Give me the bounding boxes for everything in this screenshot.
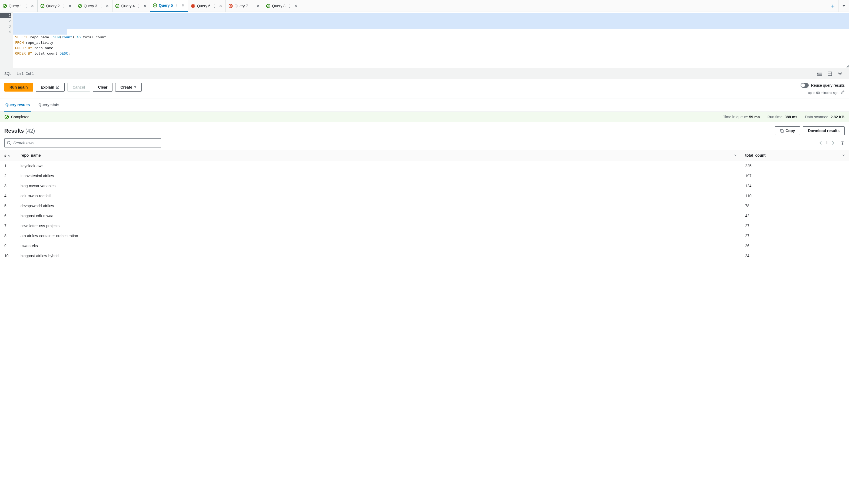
query-tab[interactable]: Query 7⋮✕ [226, 0, 263, 12]
results-title: Results (42) [4, 128, 35, 134]
tab-close-button[interactable]: ✕ [143, 4, 147, 8]
editor-code[interactable]: SELECT repo_name, SUM(count) AS total_co… [13, 12, 849, 68]
check-circle-icon [3, 4, 7, 8]
table-row[interactable]: 8ato-airflow-container-orchestration27 [0, 231, 849, 241]
gear-icon [838, 72, 842, 76]
edit-reuse-button[interactable] [841, 90, 845, 94]
results-header: Results (42) Copy Download results [0, 122, 849, 137]
editor-layout-button[interactable] [825, 70, 834, 77]
run-button[interactable]: Run again [4, 83, 33, 92]
svg-line-14 [10, 144, 11, 145]
editor-settings-button[interactable] [835, 70, 845, 77]
table-row[interactable]: 1keycloak-aws225 [0, 161, 849, 171]
external-link-icon [56, 85, 59, 89]
create-button[interactable]: Create [115, 83, 142, 92]
tab-query-stats[interactable]: Query stats [37, 99, 60, 111]
cell-total-count: 24 [741, 251, 849, 261]
svg-rect-8 [828, 72, 832, 76]
table-row[interactable]: 9mwaa-eks26 [0, 241, 849, 251]
clear-button[interactable]: Clear [93, 83, 112, 92]
cell-repo-name: cdk-mwaa-redshift [16, 191, 741, 201]
tab-overflow-button[interactable] [838, 0, 849, 12]
column-header-repo-name[interactable]: repo_name▽ [16, 150, 741, 161]
copy-icon [780, 129, 784, 132]
tab-menu-button[interactable]: ⋮ [62, 4, 66, 8]
query-tab[interactable]: Query 6⋮✕ [188, 0, 226, 12]
cell-repo-name: ato-airflow-container-orchestration [16, 231, 741, 241]
query-tab[interactable]: Query 3⋮✕ [75, 0, 113, 12]
search-rows-box[interactable] [4, 138, 161, 147]
resize-grip-icon[interactable]: ◢ [846, 64, 848, 68]
cell-total-count: 225 [741, 161, 849, 171]
svg-rect-12 [781, 130, 783, 132]
table-row[interactable]: 7newsletter-oss-projects27 [0, 221, 849, 231]
reuse-results-label: Reuse query results [811, 83, 845, 88]
sql-editor[interactable]: 1234 SELECT repo_name, SUM(count) AS tot… [0, 12, 849, 68]
tab-menu-button[interactable]: ⋮ [249, 4, 255, 8]
svg-point-10 [839, 73, 841, 74]
tab-close-button[interactable]: ✕ [294, 4, 298, 8]
table-row[interactable]: 3blog-mwaa-variables124 [0, 181, 849, 191]
table-settings-button[interactable] [841, 141, 845, 145]
tab-menu-button[interactable]: ⋮ [99, 4, 104, 8]
page-next-button [832, 141, 834, 145]
table-row[interactable]: 4cdk-mwaa-redshift110 [0, 191, 849, 201]
results-subtabs: Query results Query stats [0, 99, 849, 112]
column-header-total-count[interactable]: total_count▽ [741, 150, 849, 161]
tab-menu-button[interactable]: ⋮ [174, 3, 179, 7]
reuse-results-toggle[interactable]: Reuse query results [801, 83, 845, 88]
table-row[interactable]: 5devopsworld-airflow78 [0, 201, 849, 211]
cell-index: 4 [0, 191, 16, 201]
query-tab[interactable]: Query 4⋮✕ [112, 0, 150, 12]
cell-total-count: 124 [741, 181, 849, 191]
table-row[interactable]: 6blogpost-cdk-mwaa42 [0, 211, 849, 221]
tab-close-button[interactable]: ✕ [256, 4, 260, 8]
explain-button[interactable]: Explain [36, 83, 65, 92]
sort-icon: ▽ [734, 153, 737, 156]
table-row[interactable]: 2innovateaiml-airflow197 [0, 171, 849, 181]
tab-close-button[interactable]: ✕ [68, 4, 72, 8]
tab-close-button[interactable]: ✕ [219, 4, 223, 8]
query-tab[interactable]: Query 2⋮✕ [38, 0, 75, 12]
new-query-button[interactable]: ＋ [827, 0, 838, 12]
tab-menu-button[interactable]: ⋮ [136, 4, 141, 8]
cell-repo-name: newsletter-oss-projects [16, 221, 741, 231]
tab-query-results[interactable]: Query results [4, 99, 31, 111]
plus-icon: ＋ [830, 2, 836, 10]
query-tab[interactable]: Query 1⋮✕ [0, 0, 38, 12]
query-tab[interactable]: Query 8⋮✕ [263, 0, 301, 12]
chevron-left-icon [819, 141, 822, 145]
x-circle-icon [228, 4, 233, 8]
check-circle-icon [153, 3, 157, 7]
tab-close-button[interactable]: ✕ [30, 4, 35, 8]
table-row[interactable]: 10blogpost-airflow-hybrid24 [0, 251, 849, 261]
check-circle-icon [5, 115, 9, 119]
cell-total-count: 42 [741, 211, 849, 221]
x-circle-icon [191, 4, 195, 8]
cell-index: 7 [0, 221, 16, 231]
tab-close-button[interactable]: ✕ [181, 3, 185, 7]
cell-index: 10 [0, 251, 16, 261]
tab-menu-button[interactable]: ⋮ [212, 4, 217, 8]
cell-repo-name: innovateaiml-airflow [16, 171, 741, 181]
page-number: 1 [826, 141, 828, 145]
tab-close-button[interactable]: ✕ [105, 4, 109, 8]
page-prev-button [819, 141, 822, 145]
editor-cursor-position: Ln 1, Col 1 [17, 72, 34, 76]
tab-menu-button[interactable]: ⋮ [24, 4, 29, 8]
copy-button[interactable]: Copy [775, 126, 800, 135]
query-tab[interactable]: Query 5⋮✕ [150, 0, 188, 12]
cell-repo-name: keycloak-aws [16, 161, 741, 171]
format-query-button[interactable] [815, 70, 824, 77]
cell-index: 2 [0, 171, 16, 181]
column-header-index[interactable]: #▽ [0, 150, 16, 161]
download-results-button[interactable]: Download results [803, 126, 845, 135]
tab-menu-button[interactable]: ⋮ [287, 4, 292, 8]
caret-down-icon [134, 86, 137, 89]
cell-index: 8 [0, 231, 16, 241]
search-rows-input[interactable] [13, 141, 159, 145]
sort-icon: ▽ [843, 153, 845, 156]
cell-total-count: 110 [741, 191, 849, 201]
action-bar: Run again Explain Cancel Clear Create Re… [0, 79, 849, 99]
svg-point-13 [7, 141, 10, 144]
